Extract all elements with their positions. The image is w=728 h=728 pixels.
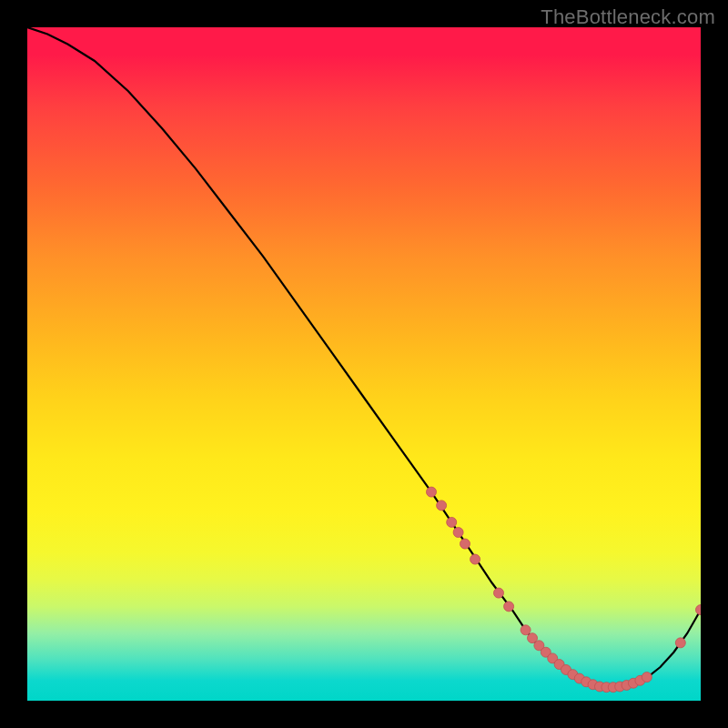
- chart-marker: [675, 638, 685, 648]
- chart-marker: [437, 500, 447, 511]
- chart-marker: [447, 517, 457, 527]
- bottleneck-curve: [27, 27, 701, 687]
- chart-marker: [460, 539, 470, 549]
- watermark-text: TheBottleneck.com: [541, 5, 715, 29]
- chart-marker: [453, 528, 463, 538]
- chart-marker: [427, 487, 437, 497]
- chart-marker: [521, 625, 531, 635]
- chart-marker: [494, 588, 504, 598]
- chart-marker: [504, 602, 514, 612]
- bottleneck-chart-svg: [27, 27, 701, 701]
- chart-marker: [470, 554, 480, 564]
- chart-marker: [642, 672, 652, 682]
- marker-group: [427, 487, 702, 693]
- chart-marker: [696, 605, 702, 615]
- chart-plot-area: [27, 27, 701, 701]
